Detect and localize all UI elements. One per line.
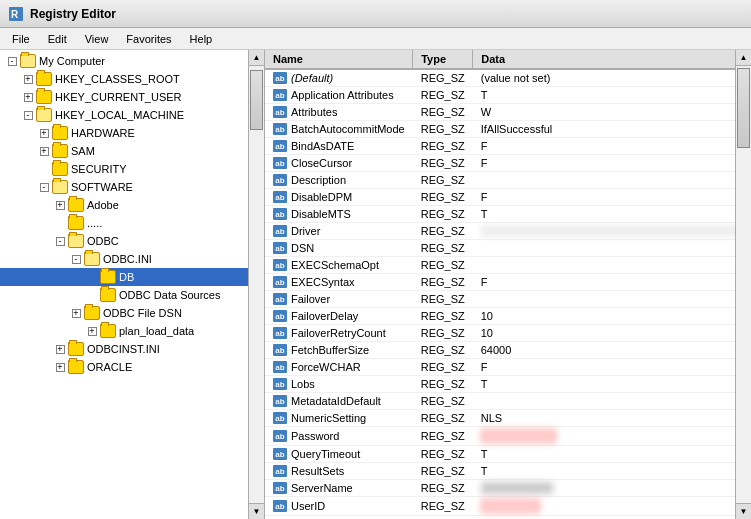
tree-expander-hkcu[interactable]: + [20,89,36,105]
tree-expander-hardware[interactable]: + [36,125,52,141]
table-row[interactable]: abDSNREG_SZ [265,240,751,257]
table-row[interactable]: abFailoverDelayREG_SZ10 [265,308,751,325]
table-row[interactable]: abDriverREG_SZC:\oracle\product\11.2.0\c… [265,223,751,240]
tree-node-hardware[interactable]: +HARDWARE [0,124,264,142]
table-row[interactable]: abFailoverRetryCountREG_SZ10 [265,325,751,342]
reg-data-cell: 10 [473,325,751,342]
reg-name-text: QueryTimeout [291,448,360,460]
right-scroll-down[interactable]: ▼ [736,503,751,519]
reg-name-cell: abDisableMTS [265,206,413,223]
table-row[interactable]: abLobsREG_SZT [265,376,751,393]
reg-name-cell: abFailover [265,291,413,308]
tree-label-sam: SAM [71,145,99,157]
tree-node-planloaddata[interactable]: +plan_load_data [0,322,264,340]
tree-expander-oracle[interactable]: + [52,359,68,375]
table-row[interactable]: ab(Default)REG_SZ(value not set) [265,69,751,87]
tree-expander-spacer-dotdot [52,215,68,231]
menu-item-view[interactable]: View [77,31,117,47]
menu-item-file[interactable]: File [4,31,38,47]
reg-type-icon: ab [273,123,287,135]
reg-name-text: BatchAutocommitMode [291,123,405,135]
col-header-type[interactable]: Type [413,50,473,69]
tree-node-hkcr[interactable]: +HKEY_CLASSES_ROOT [0,70,264,88]
reg-name-cell: abNumericSetting [265,410,413,427]
table-row[interactable]: abFailoverREG_SZ [265,291,751,308]
table-row[interactable]: abBatchAutocommitModeREG_SZIfAllSuccessf… [265,121,751,138]
reg-type-cell: REG_SZ [413,325,473,342]
tree-node-sam[interactable]: +SAM [0,142,264,160]
tree-expander-box-adobe: + [56,201,65,210]
tree-node-adobe[interactable]: +Adobe [0,196,264,214]
right-scroll-up[interactable]: ▲ [736,50,751,66]
menu-item-favorites[interactable]: Favorites [118,31,179,47]
tree-scrollbar[interactable]: ▲ ▼ [248,50,264,519]
tree-scroll-down[interactable]: ▼ [249,503,264,519]
table-row[interactable]: abBindAsDATEREG_SZF [265,138,751,155]
menu-item-edit[interactable]: Edit [40,31,75,47]
tree-node-oracle[interactable]: +ORACLE [0,358,264,376]
tree-expander-box-oracle: + [56,363,65,372]
reg-name-cell: abLobs [265,376,413,393]
reg-name-cell: abDescription [265,172,413,189]
tree-node-software[interactable]: -SOFTWARE [0,178,264,196]
tree-node-db[interactable]: DB [0,268,264,286]
tree-scroll-thumb[interactable] [250,70,263,130]
tree-node-odbc[interactable]: -ODBC [0,232,264,250]
table-row[interactable]: abFetchBufferSizeREG_SZ64000 [265,342,751,359]
tree-expander-odbcinst[interactable]: + [52,341,68,357]
tree-node-hkcu[interactable]: +HKEY_CURRENT_USER [0,88,264,106]
tree-expander-box-odbcini: - [72,255,81,264]
tree-node-security[interactable]: SECURITY [0,160,264,178]
tree-node-odbcinst[interactable]: +ODBCINST.INI [0,340,264,358]
reg-name-text: EXECSchemaOpt [291,259,379,271]
tree-expander-odbc[interactable]: - [52,233,68,249]
reg-type-icon: ab [273,430,287,442]
tree-node-odbcini[interactable]: -ODBC.INI [0,250,264,268]
menu-item-help[interactable]: Help [182,31,221,47]
table-row[interactable]: abDisableDPMREG_SZF [265,189,751,206]
reg-name-text: CloseCursor [291,157,352,169]
right-scrollbar[interactable]: ▲ ▼ [735,50,751,519]
tree-node-dotdot[interactable]: ..... [0,214,264,232]
table-row[interactable]: abMetadataIdDefaultREG_SZ [265,393,751,410]
tree-expander-planloaddata[interactable]: + [84,323,100,339]
tree-expander-odbcfiledsn[interactable]: + [68,305,84,321]
tree-expander-software[interactable]: - [36,179,52,195]
table-row[interactable]: abQueryTimeoutREG_SZT [265,446,751,463]
tree-node-hklm[interactable]: -HKEY_LOCAL_MACHINE [0,106,264,124]
table-row[interactable]: abUserIDREG_SZusername [265,497,751,516]
table-row[interactable]: abApplication AttributesREG_SZT [265,87,751,104]
tree-expander-sam[interactable]: + [36,143,52,159]
tree-scroll-up[interactable]: ▲ [249,50,264,66]
tree-expander-hklm[interactable]: - [20,107,36,123]
menu-bar: FileEditViewFavoritesHelp [0,28,751,50]
tree-node-mycomputer[interactable]: -My Computer [0,52,264,70]
table-row[interactable]: abDisableMTSREG_SZT [265,206,751,223]
table-row[interactable]: abEXECSyntaxREG_SZF [265,274,751,291]
table-row[interactable]: abDescriptionREG_SZ [265,172,751,189]
table-row[interactable]: abCloseCursorREG_SZF [265,155,751,172]
table-row[interactable]: abPasswordREG_SZpassword123 [265,427,751,446]
reg-data-cell: 64000 [473,342,751,359]
table-row[interactable]: abEXECSchemaOptREG_SZ [265,257,751,274]
table-row[interactable]: abAttributesREG_SZW [265,104,751,121]
tree-node-odbcfiledsn[interactable]: +ODBC File DSN [0,304,264,322]
table-row[interactable]: abServerNameREG_SZservername.xx [265,480,751,497]
col-header-name[interactable]: Name [265,50,413,69]
table-row[interactable]: abNumericSettingREG_SZNLS [265,410,751,427]
reg-name-cell: abDriver [265,223,413,240]
table-row[interactable]: abForceWCHARREG_SZF [265,359,751,376]
col-header-data[interactable]: Data [473,50,751,69]
tree-node-odbcdatasources[interactable]: ODBC Data Sources [0,286,264,304]
tree-expander-box-hklm: - [24,111,33,120]
table-row[interactable]: abResultSetsREG_SZT [265,463,751,480]
reg-data-cell: 10 [473,308,751,325]
tree-expander-adobe[interactable]: + [52,197,68,213]
tree-expander-box-planloaddata: + [88,327,97,336]
tree-expander-hkcr[interactable]: + [20,71,36,87]
tree-expander-odbcini[interactable]: - [68,251,84,267]
tree-expander-mycomputer[interactable]: - [4,53,20,69]
tree-label-odbcinst: ODBCINST.INI [87,343,164,355]
right-scroll-thumb[interactable] [737,68,750,148]
reg-name-text: Application Attributes [291,89,394,101]
